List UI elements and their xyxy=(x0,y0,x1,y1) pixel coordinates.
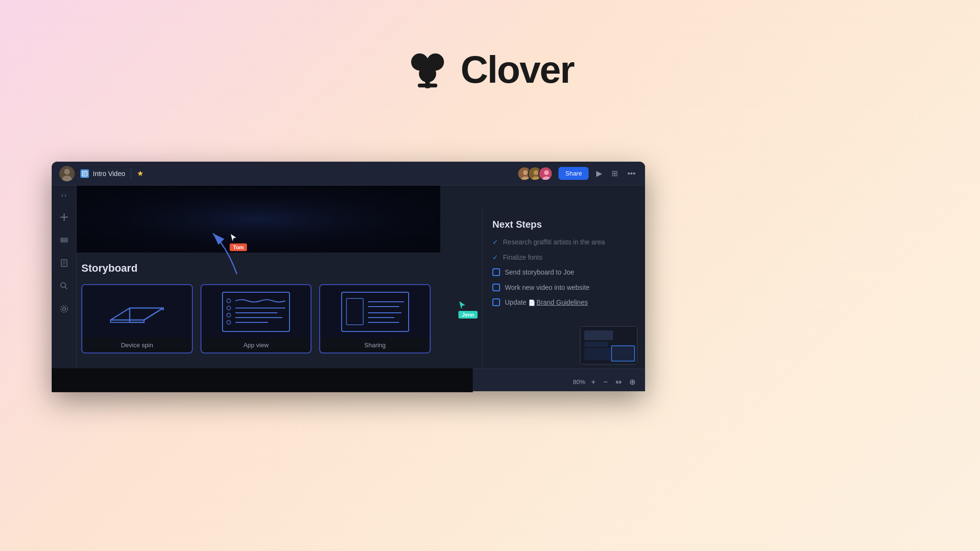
svg-point-6 xyxy=(64,169,70,175)
collaborator-avatar-3 xyxy=(538,166,553,181)
project-name: Intro Video xyxy=(93,170,125,177)
collaborator-avatars xyxy=(517,166,553,181)
clover-logo-icon xyxy=(406,48,449,91)
sidebar-search-icon[interactable] xyxy=(57,279,71,293)
share-button[interactable]: Share xyxy=(558,167,589,180)
next-steps-title: Next Steps xyxy=(492,219,635,230)
titlebar: Intro Video ★ xyxy=(52,162,645,186)
link-doc-icon: 📄 xyxy=(528,299,535,307)
mini-map-content xyxy=(580,327,637,364)
svg-rect-23 xyxy=(61,238,67,240)
sidebar: ‹ › xyxy=(52,186,77,391)
step-text-4: Work new video into website xyxy=(505,283,590,293)
sharing-label: Sharing xyxy=(320,338,430,353)
svg-point-32 xyxy=(61,306,67,312)
logo-text: Clover xyxy=(461,48,574,92)
svg-point-31 xyxy=(63,308,66,310)
step-text-1: Research graffiti artists in the area xyxy=(503,238,605,247)
app-window: Intro Video ★ xyxy=(52,162,645,391)
storyboard-card-device-spin[interactable]: Device spin xyxy=(81,284,193,353)
step-text-3: Send storyboard to Joe xyxy=(505,268,574,277)
svg-rect-36 xyxy=(96,287,178,337)
sidebar-layers-icon[interactable] xyxy=(57,233,71,247)
checkmark-icon-1: ✓ xyxy=(492,238,498,246)
svg-point-19 xyxy=(544,170,549,175)
nav-forward-icon[interactable]: › xyxy=(65,191,67,199)
brand-guidelines-link[interactable]: 📄Brand Guidelines xyxy=(528,298,588,306)
bottom-video-strip xyxy=(52,368,473,392)
logo-area: Clover xyxy=(406,48,574,92)
app-view-sketch xyxy=(201,285,311,338)
svg-rect-37 xyxy=(215,287,297,337)
jenn-cursor-arrow xyxy=(458,300,466,310)
svg-rect-56 xyxy=(584,331,613,340)
more-menu-icon[interactable]: ••• xyxy=(625,167,637,180)
nav-back-icon[interactable]: ‹ xyxy=(61,191,64,199)
project-icon xyxy=(80,169,89,178)
svg-rect-24 xyxy=(61,241,67,242)
svg-point-13 xyxy=(523,170,528,175)
titlebar-right: Share ▶ ⊞ ••• xyxy=(517,166,637,181)
next-step-item-1: ✓ Research graffiti artists in the area xyxy=(492,238,635,247)
app-view-label: App view xyxy=(201,338,311,353)
cursor-jenn: Jenn xyxy=(458,300,478,319)
next-step-item-4[interactable]: Work new video into website xyxy=(492,283,635,293)
step-text-5-update: Update xyxy=(505,298,526,306)
tom-cursor-arrow xyxy=(230,233,237,242)
next-step-item-3[interactable]: Send storyboard to Joe xyxy=(492,268,635,277)
storyboard-card-app-view[interactable]: App view xyxy=(200,284,312,353)
step-text-5: Update 📄Brand Guidelines xyxy=(505,298,588,308)
jenn-cursor-label: Jenn xyxy=(458,311,478,319)
svg-rect-57 xyxy=(584,342,608,347)
device-spin-label: Device spin xyxy=(82,338,192,353)
sidebar-add-icon[interactable] xyxy=(57,210,71,224)
checkbox-empty-4[interactable] xyxy=(492,284,500,291)
grid-icon[interactable]: ⊞ xyxy=(610,167,620,180)
next-step-item-2: ✓ Finalize fonts xyxy=(492,253,635,263)
device-spin-sketch xyxy=(82,285,192,338)
zoom-out-button[interactable]: − xyxy=(601,377,610,387)
storyboard-cards: Device spin xyxy=(81,284,431,353)
favorite-star-icon[interactable]: ★ xyxy=(137,169,144,178)
next-step-item-5[interactable]: Update 📄Brand Guidelines xyxy=(492,298,635,308)
fit-view-icon[interactable]: ⇔ xyxy=(613,376,624,387)
map-toggle-icon[interactable]: ⊕ xyxy=(627,376,637,387)
play-button[interactable]: ▶ xyxy=(594,167,604,180)
zoom-controls: 80% + − ⇔ ⊕ xyxy=(573,376,637,387)
zoom-level: 80% xyxy=(573,378,585,386)
main-content: Tom Storyboard xyxy=(77,186,645,391)
titlebar-divider xyxy=(131,169,131,178)
storyboard-card-sharing[interactable]: Sharing xyxy=(319,284,431,353)
user-avatar xyxy=(59,166,75,181)
nav-arrows: ‹ › xyxy=(61,191,67,199)
svg-rect-60 xyxy=(612,346,635,361)
checkmark-icon-2: ✓ xyxy=(492,253,498,261)
step-text-2: Finalize fonts xyxy=(503,253,542,263)
zoom-in-button[interactable]: + xyxy=(589,377,597,387)
cursor-tom: Tom xyxy=(230,233,247,251)
sharing-sketch xyxy=(320,285,430,338)
svg-rect-58 xyxy=(584,348,611,360)
project-info: Intro Video xyxy=(80,169,125,178)
checkbox-empty-5[interactable] xyxy=(492,298,500,306)
svg-point-16 xyxy=(534,170,538,175)
svg-line-30 xyxy=(65,287,67,289)
sidebar-page-icon[interactable] xyxy=(57,256,71,270)
avatar-image xyxy=(59,166,75,181)
sidebar-settings-icon[interactable] xyxy=(57,302,71,316)
mini-map xyxy=(580,326,637,364)
checkbox-empty-3[interactable] xyxy=(492,268,500,276)
tom-cursor-label: Tom xyxy=(230,243,247,251)
